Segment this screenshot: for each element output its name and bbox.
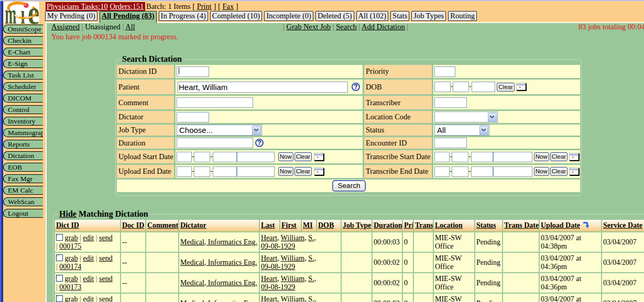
svg-text:m: m [5,2,16,24]
svg-text:e: e [28,2,39,24]
